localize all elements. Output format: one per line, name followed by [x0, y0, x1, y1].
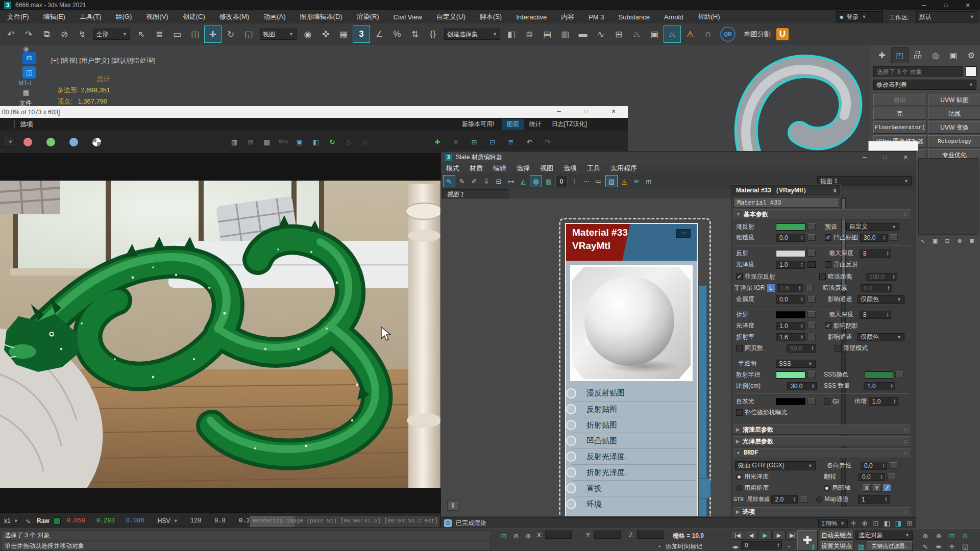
slate-view-tab[interactable]: 视图 1: [442, 189, 508, 198]
object-name-field[interactable]: 选择了 3 个 对象: [873, 66, 963, 77]
refract-map-button[interactable]: [807, 311, 816, 318]
slot-displacement[interactable]: 置换: [572, 480, 697, 496]
tab-display[interactable]: ▣: [945, 47, 962, 63]
put-to-scene-icon[interactable]: ⇩: [481, 176, 492, 187]
material-node[interactable]: Material #33 VRayMtl ─ 漫反射贴图 反射贴图 折射贴图 凹…: [565, 223, 698, 516]
menu-help[interactable]: 帮助(H): [691, 10, 727, 23]
parameter-panel-header[interactable]: Material #33 （VRayMtl） x: [732, 185, 840, 195]
map-channel-field[interactable]: 1▲▼: [858, 495, 890, 504]
rollout-sheen[interactable]: ▶光泽层参数∷: [733, 436, 911, 446]
slate-zoom-dropdown[interactable]: 178%▼: [818, 519, 848, 528]
modifier-button-uvw-xform[interactable]: UVW 变换: [928, 121, 980, 134]
object-color-swatch[interactable]: [966, 66, 976, 77]
zoom-region-icon[interactable]: ⊡: [870, 518, 881, 529]
sss-color-swatch[interactable]: [865, 371, 893, 379]
selfillum-color-swatch[interactable]: [776, 398, 805, 405]
rollout-basic[interactable]: ▼基本参数∷: [733, 209, 911, 219]
delete-icon[interactable]: ⊟: [493, 176, 504, 187]
next-frame-button[interactable]: ▶: [772, 531, 786, 540]
menu-file[interactable]: 文件(F): [0, 10, 36, 23]
schematic-view-icon[interactable]: ⊞: [610, 26, 627, 43]
selfillum-map-button[interactable]: [807, 398, 816, 405]
dock-mt1-label[interactable]: MT-1: [18, 80, 32, 87]
save-layers-icon[interactable]: ⊟: [487, 136, 498, 147]
menu-graph-editors[interactable]: 图形编辑器(D): [293, 10, 350, 23]
tab-hierarchy[interactable]: 品: [909, 47, 926, 63]
socket-icon[interactable]: [566, 404, 576, 414]
axis-z-button[interactable]: Z: [883, 484, 891, 492]
abbe-field[interactable]: 50.0▲▼: [787, 344, 816, 353]
rotation-field[interactable]: 0.0▲▼: [859, 473, 885, 481]
layer-dock-icon[interactable]: ◫: [22, 66, 36, 79]
reflect-map-button[interactable]: [807, 250, 816, 257]
dim-distance-field[interactable]: 100.0▲▼: [866, 273, 897, 281]
eyedropper-icon[interactable]: ✎: [456, 176, 468, 187]
prev-frame-button[interactable]: ◀: [745, 531, 758, 540]
slot-reflect-gloss[interactable]: 反射光泽度.: [572, 448, 697, 464]
menu-content[interactable]: 内容: [554, 10, 581, 23]
layout-horizontal-icon[interactable]: ⋯: [581, 176, 592, 187]
workspace-dropdown[interactable]: 默认 ▼: [916, 11, 977, 22]
slot-refract-gloss[interactable]: 折射光泽度.: [572, 464, 697, 480]
scene-explorer-icon[interactable]: ▤: [538, 26, 556, 43]
select-tool-icon[interactable]: ⇖: [443, 175, 455, 187]
slot-refract-map[interactable]: 折射贴图: [572, 417, 697, 433]
named-sets-icon[interactable]: {}: [424, 26, 442, 43]
render-close-button[interactable]: ✕: [603, 106, 624, 116]
window-crossing-icon[interactable]: ◫: [186, 26, 204, 43]
diffuse-color-swatch[interactable]: [776, 223, 805, 231]
modifier-button-normal[interactable]: 法线: [928, 108, 980, 120]
modifier-stack-list[interactable]: [918, 158, 978, 235]
warning-icon[interactable]: ⚠: [681, 26, 699, 43]
blue-channel-icon[interactable]: [69, 138, 78, 146]
diffuse-map-button[interactable]: [807, 223, 816, 230]
show-background-icon[interactable]: ▩: [543, 176, 554, 187]
unlink-icon[interactable]: ⊘: [56, 26, 73, 43]
zero-icon[interactable]: 0: [555, 175, 568, 187]
slot-diffuse-map[interactable]: 漫反射贴图: [572, 385, 697, 401]
dragon-tail-model[interactable]: [724, 50, 872, 167]
anisotropy-field[interactable]: 0.0▲▼: [861, 462, 887, 470]
slate-menu-modes[interactable]: 模式: [441, 163, 464, 173]
delete-layer-icon[interactable]: ✕: [450, 136, 461, 147]
refract-maxdepth-field[interactable]: 8▲▼: [860, 311, 891, 319]
pixel-zoom-dropdown[interactable]: x1▼: [1, 516, 18, 526]
ior-field[interactable]: 1.6▲▼: [776, 333, 805, 341]
select-move-icon[interactable]: ✛: [204, 26, 222, 43]
bump-field[interactable]: 30.0▲▼: [860, 234, 888, 242]
tab-motion[interactable]: ◎: [927, 47, 944, 63]
follow-mouse-icon[interactable]: ◧: [310, 136, 322, 147]
bump-checkbox[interactable]: ✓: [825, 234, 831, 241]
remove-modifier-icon[interactable]: ⊗: [955, 237, 964, 245]
material-name-field[interactable]: Material #33: [733, 197, 839, 208]
roughness-map-button[interactable]: [807, 234, 816, 241]
render-last-icon[interactable]: ♨: [343, 136, 354, 147]
select-object-icon[interactable]: ⇖: [133, 26, 150, 43]
material-preview-icon[interactable]: ◬: [619, 176, 630, 187]
axis-y-button[interactable]: Y: [873, 484, 881, 492]
headphones-icon[interactable]: ∩: [699, 26, 717, 43]
ior-map-button[interactable]: [807, 334, 816, 340]
menu-create[interactable]: 创建(C): [176, 10, 212, 23]
zoom-all-icon[interactable]: ⊛: [933, 530, 944, 541]
menu-scripting[interactable]: 脚本(S): [473, 10, 509, 23]
zoom-extents-icon[interactable]: ⊡: [946, 530, 958, 541]
render-setup-icon[interactable]: ♨: [628, 26, 645, 43]
zoom-selected-icon[interactable]: ◨: [893, 518, 904, 529]
select-tree-icon[interactable]: ▧: [605, 175, 618, 187]
undo-icon[interactable]: ↶: [524, 136, 535, 147]
roughness-field[interactable]: 0.0▲▼: [776, 234, 805, 242]
menu-edit[interactable]: 编辑(E): [36, 10, 72, 23]
compare-icon[interactable]: ▣: [294, 136, 305, 147]
new-version-notice[interactable]: 新版本可用!: [462, 120, 494, 129]
map-channel-radio[interactable]: [816, 496, 822, 503]
tab-layers[interactable]: 图层: [502, 119, 524, 130]
gloss-field[interactable]: 1.0▲▼: [776, 261, 805, 269]
bind-spacewarp-icon[interactable]: ↯: [74, 26, 91, 43]
add-time-tag[interactable]: 添加时间标记: [666, 542, 702, 551]
go-start-button[interactable]: |◀: [731, 531, 744, 540]
save-image-icon[interactable]: ▥: [229, 136, 240, 147]
axis-x-button[interactable]: X: [863, 484, 871, 492]
redo-icon[interactable]: ↷: [20, 26, 37, 43]
close-button[interactable]: ✕: [958, 0, 978, 10]
